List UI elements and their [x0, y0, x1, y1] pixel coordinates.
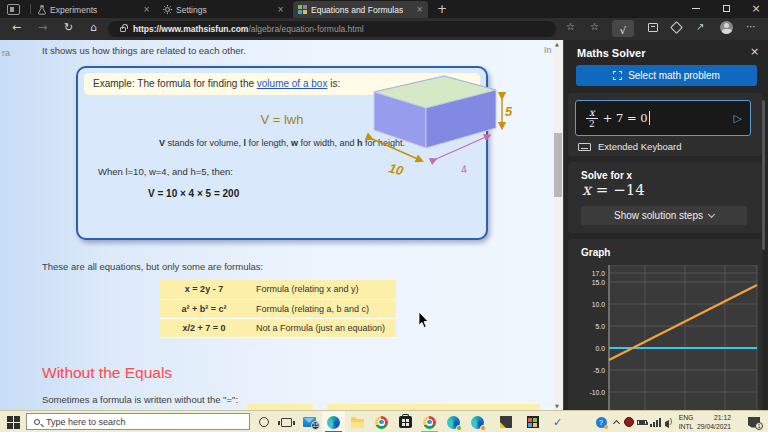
- coupons-icon[interactable]: [670, 21, 683, 34]
- mathsisfun-favicon: [298, 5, 307, 14]
- url-host: https://www.mathsisfun.com: [133, 24, 248, 34]
- show-solution-steps-button[interactable]: Show solution steps: [581, 206, 747, 225]
- lock-icon: [120, 27, 126, 32]
- equation-cell: x = 2y - 7: [160, 280, 248, 299]
- taskbar-search-box[interactable]: Type here to search: [26, 413, 250, 430]
- battery-icon[interactable]: [635, 411, 649, 432]
- mail-app-button[interactable]: 15: [298, 411, 321, 432]
- fraction: x 2: [586, 108, 598, 129]
- cortana-icon: [259, 417, 269, 427]
- math-solver-icon: √: [620, 25, 626, 36]
- new-tab-button[interactable]: +: [437, 2, 447, 16]
- home-icon[interactable]: ⌂: [90, 21, 97, 34]
- settings-ellipsis-icon[interactable]: ⋯: [746, 21, 756, 32]
- tab-label: Experiments: [50, 5, 97, 15]
- gear-icon: [163, 5, 172, 14]
- cutoff-text-fragment: In: [544, 45, 552, 55]
- beta-badge: [480, 425, 486, 431]
- tab-separator: [30, 4, 31, 14]
- photos-icon: [527, 416, 539, 428]
- tab-settings[interactable]: Settings ×: [158, 1, 289, 18]
- refresh-icon[interactable]: ↻: [64, 21, 73, 34]
- forward-icon[interactable]: →: [38, 21, 47, 34]
- section-heading-without-the-equals: Without the Equals: [42, 364, 172, 382]
- submit-arrow-icon[interactable]: ▷: [734, 112, 742, 125]
- network-signal-icon[interactable]: [649, 411, 661, 432]
- solution-graph[interactable]: 17.0 15.0 10.0 5.0 0.0 -5.0 -10.0: [575, 265, 761, 431]
- result-value: = −14: [591, 181, 645, 199]
- address-bar[interactable]: https://www.mathsisfun.com /algebra/equa…: [108, 21, 556, 37]
- tab-close-icon[interactable]: ×: [416, 5, 423, 14]
- tab-label: Settings: [176, 5, 207, 15]
- tab-experiments[interactable]: Experiments ×: [33, 1, 155, 18]
- notification-center-button[interactable]: 1: [744, 411, 764, 432]
- share-icon[interactable]: ↗: [696, 21, 704, 32]
- favorites-star-icon[interactable]: ☆: [566, 21, 575, 32]
- tab-actions-menu-icon[interactable]: [7, 4, 20, 15]
- back-icon[interactable]: ←: [12, 21, 21, 34]
- profile-avatar[interactable]: [720, 21, 733, 34]
- browser-toolbar: ← → ↻ ⌂ https://www.mathsisfun.com /alge…: [0, 18, 768, 40]
- tab-close-icon[interactable]: ×: [143, 5, 150, 14]
- width-label: 4: [459, 163, 469, 176]
- check-app-button[interactable]: ✓: [546, 411, 569, 432]
- photos-app-button[interactable]: [521, 411, 544, 432]
- keyboard-icon: [578, 143, 591, 151]
- windows-logo-icon: [7, 416, 20, 429]
- language-indicator[interactable]: ENG INTL: [676, 411, 696, 432]
- tray-app-icon[interactable]: [622, 411, 635, 432]
- y-tick: 0.0: [596, 345, 606, 352]
- question-icon: ?: [596, 417, 607, 428]
- windows-taskbar: Type here to search 15: [0, 410, 768, 432]
- clock[interactable]: 21:12 29/04/2021: [694, 411, 734, 432]
- intro-paragraph: It shows us how things are related to ea…: [42, 45, 246, 56]
- minimize-button[interactable]: [682, 0, 710, 17]
- chrome-beta-app-button[interactable]: [418, 411, 441, 432]
- scrollbar-thumb[interactable]: [554, 133, 562, 197]
- scroll-up-icon[interactable]: ▲: [555, 41, 559, 47]
- math-input-field[interactable]: x 2 + 7 = 0 ▷: [575, 100, 751, 136]
- edge-beta-icon: [471, 416, 484, 429]
- chrome-app-button[interactable]: [370, 411, 393, 432]
- math-input-card: x 2 + 7 = 0 ▷ Extended Keyboard: [568, 93, 762, 156]
- hidden-icons-chevron[interactable]: [610, 411, 622, 432]
- tab-close-icon[interactable]: ×: [277, 5, 284, 14]
- table-row: x = 2y - 7 Formula (relating x and y): [160, 280, 396, 299]
- example-header-suffix: is:: [327, 78, 340, 89]
- sticky-notes-button[interactable]: [494, 411, 517, 432]
- volume-of-a-box-link[interactable]: volume of a box: [257, 78, 328, 89]
- edge-app-button[interactable]: [322, 411, 345, 432]
- equation-cell: a² + b² = c²: [160, 299, 248, 318]
- start-button[interactable]: [2, 411, 25, 432]
- tab-strip: Experiments × Settings × Equations an: [0, 0, 768, 18]
- maximize-button[interactable]: [712, 0, 740, 17]
- close-window-button[interactable]: ×: [742, 0, 768, 17]
- page-scrollbar[interactable]: ▲ ▼: [553, 40, 563, 410]
- microsoft-store-button[interactable]: [394, 411, 417, 432]
- after-heading-paragraph: Sometimes a formula is written without t…: [42, 394, 238, 405]
- select-button-label: Select math problem: [628, 70, 720, 81]
- help-tray-icon[interactable]: ?: [594, 411, 608, 432]
- collections-icon[interactable]: [648, 23, 658, 32]
- scroll-down-icon[interactable]: ▼: [555, 403, 559, 409]
- file-explorer-button[interactable]: [346, 411, 369, 432]
- solve-card: Solve for x x = −14 Show solution steps: [568, 162, 762, 233]
- volume-icon[interactable]: [661, 411, 674, 432]
- height-label: 5: [505, 104, 512, 119]
- select-math-problem-button[interactable]: Select math problem: [576, 65, 757, 86]
- task-view-button[interactable]: [275, 411, 298, 432]
- panel-scrollbar-thumb[interactable]: [762, 100, 765, 250]
- tab-label: Equations and Formulas: [311, 5, 403, 15]
- y-tick: 15.0: [592, 279, 605, 286]
- favorites-bar-star-icon[interactable]: ☆: [590, 21, 599, 32]
- extended-keyboard-row[interactable]: Extended Keyboard: [578, 141, 681, 152]
- clock-date: 29/04/2021: [697, 422, 731, 431]
- tab-equations-and-formulas[interactable]: Equations and Formulas ×: [293, 1, 428, 18]
- sidebar-text-fragment: ra: [2, 48, 10, 58]
- math-solver-toolbar-button[interactable]: √: [612, 20, 634, 37]
- graph-heading: Graph: [581, 247, 610, 258]
- cortana-button[interactable]: [252, 411, 275, 432]
- edge-dev-app-button[interactable]: [442, 411, 465, 432]
- edge-beta-app-button[interactable]: [466, 411, 489, 432]
- panel-close-icon[interactable]: ×: [750, 45, 759, 58]
